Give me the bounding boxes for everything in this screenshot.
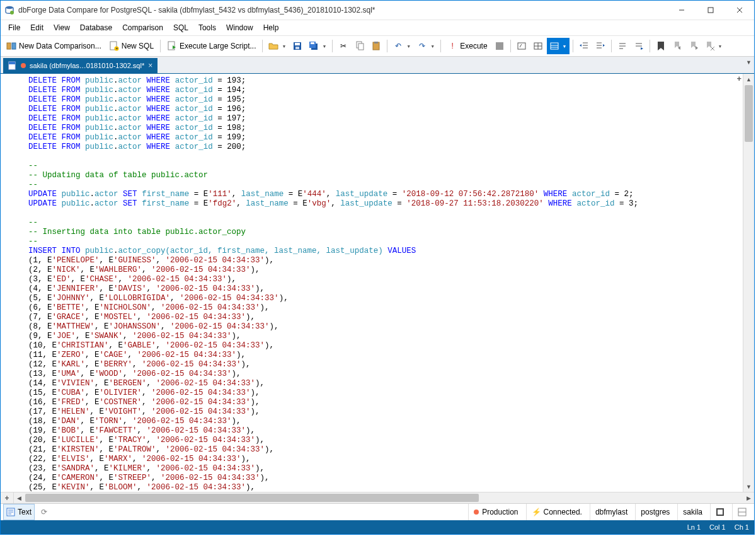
indent-button[interactable]	[593, 38, 608, 54]
refresh-button[interactable]: ⟳	[37, 504, 51, 520]
toolbar-label: Execute Large Script...	[180, 42, 256, 50]
save-all-button[interactable]: ▼	[306, 38, 329, 54]
copy-button[interactable]	[352, 38, 367, 54]
outdent-button[interactable]	[576, 38, 592, 54]
menu-sql[interactable]: SQL	[168, 21, 193, 34]
vertical-scrollbar[interactable]: ▲ ▼	[743, 74, 754, 492]
horizontal-scrollbar[interactable]: ◀ ▶	[14, 492, 754, 503]
scroll-right-icon[interactable]: ▶	[743, 492, 754, 503]
paste-icon	[371, 41, 381, 51]
new-data-comparison-button[interactable]: New Data Comparison...	[3, 38, 105, 54]
scroll-up-icon[interactable]: ▲	[743, 74, 754, 84]
bookmark-button[interactable]	[653, 38, 668, 54]
comment-button[interactable]	[615, 38, 630, 54]
env-label: Production	[482, 508, 518, 516]
maximize-button[interactable]	[696, 1, 725, 20]
database-cell[interactable]: sakila	[677, 504, 707, 520]
svg-marker-45	[641, 47, 643, 50]
status-ch: Ch 1	[735, 523, 749, 531]
close-button[interactable]	[725, 1, 754, 20]
indent-icon	[595, 41, 605, 51]
stop-button[interactable]	[492, 38, 507, 54]
comment-icon	[617, 41, 627, 51]
layout-button-2[interactable]	[732, 504, 752, 520]
svg-rect-29	[551, 43, 558, 49]
next-bookmark-button[interactable]	[686, 38, 701, 54]
svg-point-0	[6, 6, 13, 9]
new-sql-icon: ✦	[109, 41, 119, 51]
split-horizontal-button[interactable]: +	[1, 492, 14, 503]
text-view-button[interactable]: ▼	[547, 38, 570, 54]
svg-rect-51	[9, 62, 15, 64]
text-icon	[6, 508, 15, 516]
menu-comparison[interactable]: Comparison	[117, 21, 168, 34]
undo-button[interactable]: ↶▼	[391, 38, 413, 54]
execute-button[interactable]: ! Execute	[444, 38, 490, 54]
redo-button[interactable]: ↷▼	[415, 38, 437, 54]
bookmark-next-icon	[689, 41, 699, 51]
toolbar-label: Execute	[460, 42, 487, 50]
cut-button[interactable]: ✂	[336, 38, 351, 54]
menu-window[interactable]: Window	[221, 21, 258, 34]
menu-view[interactable]: View	[49, 21, 75, 34]
save-button[interactable]	[290, 38, 305, 54]
layout-button-1[interactable]	[710, 504, 730, 520]
scroll-down-icon[interactable]: ▼	[743, 481, 754, 492]
svg-rect-14	[295, 43, 300, 45]
copy-icon	[355, 41, 365, 51]
menu-edit[interactable]: Edit	[25, 21, 49, 34]
sql-editor[interactable]: +DELETE FROM public.actor WHERE actor_id…	[1, 74, 743, 492]
svg-rect-3	[708, 8, 713, 13]
compare-icon	[6, 41, 16, 51]
status-col: Col 1	[709, 523, 726, 531]
bookmark-clear-icon	[705, 41, 715, 51]
minimize-button[interactable]	[667, 1, 696, 20]
toolbar-label: New SQL	[122, 42, 154, 50]
svg-rect-22	[374, 42, 378, 44]
server-cell[interactable]: dbfmylast	[590, 504, 633, 520]
toolbar-label: New Data Comparison...	[19, 42, 101, 50]
menu-tools[interactable]: Tools	[193, 21, 221, 34]
environment-cell[interactable]: Production	[468, 504, 523, 520]
execute-large-script-button[interactable]: Execute Large Script...	[164, 38, 259, 54]
connection-cell[interactable]: ⚡Connected.	[526, 504, 587, 520]
user-label: postgres	[641, 508, 670, 516]
script-icon	[167, 41, 177, 51]
scroll-left-icon[interactable]: ◀	[14, 492, 25, 503]
db-label: sakila	[683, 508, 702, 516]
text-view-tab[interactable]: Text	[3, 504, 35, 520]
menubar: FileEditViewDatabaseComparisonSQLToolsWi…	[1, 20, 754, 36]
prev-bookmark-button[interactable]	[670, 38, 685, 54]
clear-bookmarks-button[interactable]: ▼	[702, 38, 725, 54]
paste-button[interactable]	[369, 38, 384, 54]
user-cell[interactable]: postgres	[635, 504, 675, 520]
svg-rect-15	[295, 47, 299, 49]
menu-file[interactable]: File	[3, 21, 25, 34]
folder-open-icon	[268, 41, 278, 51]
query-profiler-button[interactable]	[514, 38, 529, 54]
data-view-button[interactable]	[530, 38, 546, 54]
scroll-thumb[interactable]	[745, 85, 753, 142]
menu-database[interactable]: Database	[75, 21, 117, 34]
new-sql-button[interactable]: ✦ New SQL	[106, 38, 157, 54]
svg-point-1	[10, 11, 14, 15]
save-icon	[292, 41, 302, 51]
close-tab-icon[interactable]: ×	[148, 61, 152, 70]
env-dot-icon	[474, 510, 479, 515]
stop-icon	[495, 41, 505, 51]
status-line: Ln 1	[687, 523, 701, 531]
menu-help[interactable]: Help	[258, 21, 284, 34]
split-add-icon[interactable]: +	[736, 75, 742, 84]
svg-rect-7	[12, 43, 16, 49]
uncomment-icon	[634, 41, 644, 51]
conn-label: Connected.	[544, 508, 582, 516]
scroll-thumb[interactable]	[25, 494, 479, 502]
document-tabbar: sakila (dbfmylas…0181010-1302.sql* × ▼	[1, 57, 754, 74]
tab-overflow-button[interactable]: ▼	[746, 59, 752, 66]
open-button[interactable]: ▼	[266, 38, 289, 54]
undo-icon: ↶	[393, 41, 403, 51]
document-tab[interactable]: sakila (dbfmylas…0181010-1302.sql* ×	[3, 58, 158, 73]
cut-icon: ✂	[338, 41, 348, 51]
bottom-bar: Text ⟳ Production ⚡Connected. dbfmylast …	[1, 503, 754, 520]
uncomment-button[interactable]	[631, 38, 646, 54]
